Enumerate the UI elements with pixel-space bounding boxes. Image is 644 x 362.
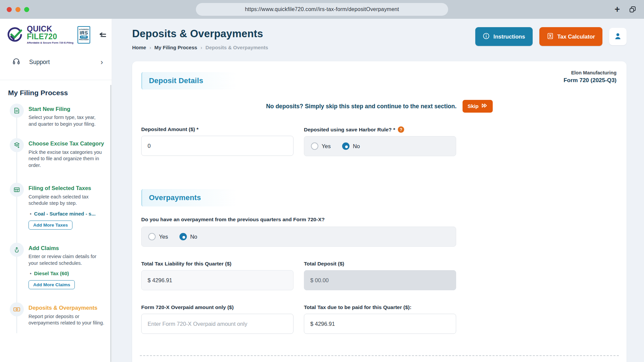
instructions-label: Instructions [493, 34, 525, 40]
step-description: Enter or review claim details for your s… [29, 253, 105, 266]
deposited-amount-input[interactable] [141, 136, 293, 156]
step-deposits-overpayments: Deposits & Overpayments Report prior dep… [10, 304, 112, 326]
step-description: Complete each selected tax schedule step… [29, 194, 105, 207]
table-icon [10, 183, 24, 197]
bullet: • [30, 211, 32, 216]
quickfile-logo-icon [6, 26, 23, 44]
url-text: https://www.quickfile720.com//irs-tax-fo… [245, 6, 399, 12]
step-description: Report prior deposits or overpayments re… [29, 313, 105, 326]
step-start-new-filing: Start New Filing Select your form type, … [10, 106, 112, 127]
fast-forward-icon [481, 103, 488, 110]
company-name: Elon Manufacturing [564, 70, 616, 75]
filing-steps: Start New Filing Select your form type, … [0, 106, 112, 326]
main-content: Deposits & Overpayments Home › My Filing… [112, 19, 644, 362]
filing-process-heading: My Filing Process [8, 89, 112, 97]
total-tax-due-label: Total Tax due to be paid for this Quarte… [304, 304, 456, 310]
breadcrumb-separator: › [150, 45, 151, 50]
add-more-taxes-button[interactable]: Add More Taxes [29, 221, 72, 230]
url-bar[interactable]: https://www.quickfile720.com//irs-tax-fo… [196, 3, 448, 16]
badge-efile-text: e-file [80, 36, 88, 39]
tax-calculator-button[interactable]: Tax Calculator [539, 27, 602, 46]
overpayment-question-label: Do you have an overpayment from the prev… [141, 217, 618, 223]
harbor-rule-label: Deposited using save Harbor Rule? * [304, 127, 395, 133]
breadcrumb-separator: › [201, 45, 202, 50]
step-title[interactable]: Start New Filing [29, 106, 105, 113]
sidebar-item-support[interactable]: Support › [0, 56, 112, 68]
badge-irs-text: IRS [79, 31, 88, 35]
person-icon [613, 32, 622, 42]
calculator-icon [547, 33, 554, 41]
claim-hand-icon [10, 243, 24, 257]
step-add-claims: Add Claims Enter or review claim details… [10, 245, 112, 289]
harbor-rule-yes-option[interactable]: Yes [311, 142, 331, 150]
close-window-button[interactable] [7, 7, 12, 12]
sidebar-collapse-icon[interactable] [98, 31, 107, 39]
logo[interactable]: QUICK FILE720 Affordable & Secure Form 7… [0, 19, 112, 44]
filing-context: Elon Manufacturing Form 720 (2025-Q3) [564, 70, 616, 84]
new-tab-button[interactable]: + [614, 5, 620, 14]
overpayment-yes-option[interactable]: Yes [148, 233, 168, 240]
breadcrumb-home[interactable]: Home [132, 45, 146, 50]
step-title[interactable]: Filing of Selected Taxes [29, 185, 105, 192]
step-description: Select your form type, tax year, and qua… [29, 114, 105, 127]
step-choose-excise-tax: Choose Excise Tax Category Pick the exci… [10, 140, 112, 169]
help-badge-icon[interactable]: ? [398, 126, 404, 133]
harbor-rule-no-option[interactable]: No [342, 142, 360, 150]
total-tax-due-input[interactable] [304, 314, 456, 334]
breadcrumb-current: Deposits & Overpayments [206, 45, 268, 50]
logo-text-quick: QUICK [27, 25, 73, 33]
skip-button[interactable]: Skip [463, 100, 493, 113]
deposit-details-header: Deposit Details [141, 72, 245, 89]
step-description: Pick the excise tax categories you need … [29, 149, 105, 169]
bullet: • [30, 271, 32, 276]
support-label: Support [29, 59, 50, 66]
add-more-claims-button[interactable]: Add More Claims [29, 280, 75, 289]
no-label: No [353, 143, 360, 149]
logo-text-file720: FILE720 [27, 33, 73, 41]
radio-checked-icon [342, 142, 350, 150]
total-deposit-label: Total Deposit ($) [304, 261, 456, 267]
maximize-window-button[interactable] [24, 7, 29, 12]
card-bottom-divider [140, 355, 619, 356]
page-title: Deposits & Overpayments [132, 28, 268, 40]
sub-item-diesel-tax[interactable]: • Diesel Tax (60) [29, 270, 105, 276]
irs-efile-provider-badge: AUTHORIZED IRS e-file PROVIDER [77, 26, 90, 44]
minimize-window-button[interactable] [15, 7, 20, 12]
overpayment-no-option[interactable]: No [179, 233, 197, 240]
radio-unchecked-icon [148, 233, 156, 240]
tax-calculator-label: Tax Calculator [557, 34, 595, 40]
overpaid-720x-input[interactable] [141, 314, 293, 334]
yes-label: Yes [322, 143, 331, 149]
breadcrumb: Home › My Filing Process › Deposits & Ov… [132, 45, 268, 50]
badge-provider-text: PROVIDER [79, 39, 89, 41]
sidebar-scrollbar[interactable] [110, 85, 111, 362]
form-quarter-label: Form 720 (2025-Q3) [564, 77, 616, 84]
breadcrumb-filing-process[interactable]: My Filing Process [154, 45, 197, 50]
instructions-button[interactable]: Instructions [475, 27, 532, 46]
sidebar: QUICK FILE720 Affordable & Secure Form 7… [0, 19, 112, 362]
info-icon [483, 33, 490, 41]
sidebar-divider [0, 80, 112, 80]
tab-overview-icon[interactable] [629, 5, 637, 13]
window-controls [7, 0, 29, 19]
radio-checked-icon [179, 233, 187, 240]
total-tax-liability-input[interactable] [141, 270, 293, 290]
step-title[interactable]: Add Claims [29, 245, 105, 252]
overpaid-720x-label: Form 720-X Overpaid amount only ($) [141, 304, 293, 310]
chevron-right-icon: › [101, 58, 103, 67]
overpayments-title: Overpayments [149, 193, 201, 202]
sub-item-coal-tax[interactable]: • Coal - Surface mined - s... [29, 211, 105, 217]
headset-icon [12, 57, 20, 67]
overpayments-header: Overpayments [141, 189, 245, 206]
step-title[interactable]: Deposits & Overpayments [29, 304, 105, 311]
total-tax-liability-label: Total Tax Liability for this Quarter ($) [141, 261, 293, 267]
layers-icon [10, 138, 24, 152]
money-icon [10, 302, 24, 316]
user-avatar-button[interactable] [609, 28, 627, 45]
radio-unchecked-icon [311, 142, 318, 150]
overpayment-radio-group: Yes No [141, 227, 456, 247]
deposit-details-title: Deposit Details [149, 76, 203, 85]
step-title[interactable]: Choose Excise Tax Category [29, 140, 105, 147]
step-filing-selected-taxes: Filing of Selected Taxes Complete each s… [10, 185, 112, 229]
browser-chrome: https://www.quickfile720.com//irs-tax-fo… [0, 0, 644, 19]
